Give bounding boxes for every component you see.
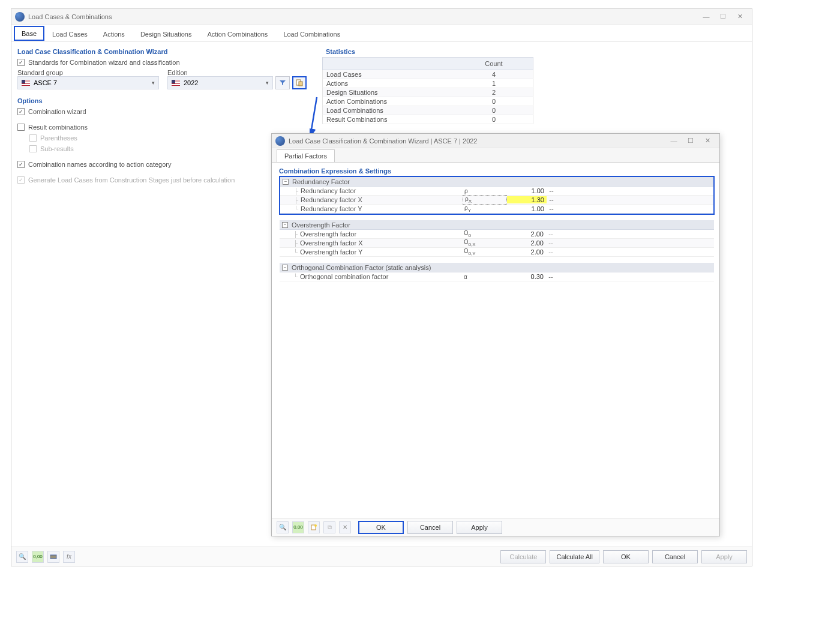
dropdown-standard-group[interactable]: ASCE 7 ▾ xyxy=(17,76,159,89)
parameter-name: Redundancy factor xyxy=(301,187,463,194)
expression-header: Combination Expression & Settings xyxy=(279,166,715,176)
parameter-symbol: Ω0,Y xyxy=(462,248,506,256)
stats-row: Action Combinations0 xyxy=(322,97,533,106)
group-title[interactable]: −Orthogonal Combination Factor (static a… xyxy=(280,263,714,272)
dialog-titlebar: Load Case Classification & Combination W… xyxy=(272,134,719,148)
maximize-icon[interactable]: ☐ xyxy=(682,135,699,147)
tab-load-cases[interactable]: Load Cases xyxy=(44,26,95,41)
dialog-cancel-button[interactable]: Cancel xyxy=(407,521,453,534)
factor-group: −Orthogonal Combination Factor (static a… xyxy=(279,262,715,282)
calculate-all-button[interactable]: Calculate All xyxy=(550,550,599,563)
stats-name: Design Situations xyxy=(323,89,455,96)
tab-action-combinations[interactable]: Action Combinations xyxy=(199,26,275,41)
cancel-button[interactable]: Cancel xyxy=(652,550,698,563)
parameter-name: Redundancy factor X xyxy=(301,196,463,203)
parameter-row[interactable]: └ Overstrength factor Y Ω0,Y 2.00 -- xyxy=(280,248,714,257)
units-icon[interactable] xyxy=(47,551,59,563)
new-icon[interactable] xyxy=(308,521,320,533)
group-title[interactable]: −Redundancy Factor xyxy=(280,177,713,187)
checkbox-wizard[interactable] xyxy=(17,108,25,115)
label-standards: Standards for Combination wizard and cla… xyxy=(28,59,180,66)
parameter-row[interactable]: ├ Overstrength factor Ω0 2.00 -- xyxy=(280,230,714,239)
label-names: Combination names according to action ca… xyxy=(28,161,171,168)
section-classification: Load Case Classification & Combination W… xyxy=(17,46,316,57)
parameter-symbol: α xyxy=(462,274,506,280)
label-wizard: Combination wizard xyxy=(28,108,86,115)
tree-branch-icon: ├ xyxy=(280,197,301,203)
parameter-value[interactable]: 1.30 xyxy=(507,196,547,203)
calculate-button[interactable]: Calculate xyxy=(500,550,546,563)
dialog-tabs: Partial Factors xyxy=(272,148,719,163)
tab-base[interactable]: Base xyxy=(14,26,44,41)
delete-icon[interactable]: ✕ xyxy=(339,521,351,533)
decimals-icon[interactable]: 0,00 xyxy=(32,551,44,563)
collapse-icon[interactable]: − xyxy=(283,179,289,185)
parameter-name: Overstrength factor Y xyxy=(300,248,462,256)
formula-icon[interactable]: fx xyxy=(63,551,75,563)
checkbox-names[interactable] xyxy=(17,161,25,168)
tab-partial-factors[interactable]: Partial Factors xyxy=(277,149,335,162)
parameter-value[interactable]: 2.00 xyxy=(506,239,546,247)
tab-actions[interactable]: Actions xyxy=(95,26,133,41)
stats-name: Action Combinations xyxy=(323,98,455,105)
stats-count: 2 xyxy=(455,89,533,96)
collapse-icon[interactable]: − xyxy=(282,222,288,228)
group-title[interactable]: −Overstrength Factor xyxy=(280,220,714,230)
stats-name: Load Combinations xyxy=(323,107,455,114)
close-icon[interactable]: ✕ xyxy=(731,11,748,23)
parameter-unit: -- xyxy=(546,273,556,280)
factor-group: −Overstrength Factor ├ Overstrength fact… xyxy=(279,220,715,257)
checkbox-result-combinations[interactable] xyxy=(17,124,25,131)
filter-button[interactable] xyxy=(275,76,290,89)
dropdown-edition[interactable]: 2022 ▾ xyxy=(167,76,273,89)
checkbox-standards[interactable] xyxy=(17,59,25,66)
close-icon[interactable]: ✕ xyxy=(699,135,716,147)
factor-group: −Redundancy Factor ├ Redundancy factor ρ… xyxy=(279,176,715,215)
dialog-apply-button[interactable]: Apply xyxy=(457,521,502,534)
label-standard-group: Standard group xyxy=(17,69,159,76)
dialog-bottom-bar: 🔍 0,00 ⧉ ✕ OK Cancel Apply xyxy=(272,518,719,536)
search-icon[interactable]: 🔍 xyxy=(16,551,28,563)
tree-branch-icon: └ xyxy=(280,274,300,280)
dialog-ok-button[interactable]: OK xyxy=(358,521,404,534)
label-result-combinations: Result combinations xyxy=(28,124,88,131)
parameter-row[interactable]: └ Redundancy factor Y ρY 1.00 -- xyxy=(280,205,713,214)
wizard-settings-button[interactable] xyxy=(292,76,307,89)
tree-branch-icon: └ xyxy=(280,206,301,212)
minimize-icon[interactable]: — xyxy=(665,135,682,147)
main-titlebar: Load Cases & Combinations — ☐ ✕ xyxy=(11,9,752,25)
copy-icon[interactable]: ⧉ xyxy=(323,521,335,533)
dialog-title: Load Case Classification & Combination W… xyxy=(289,137,477,145)
tab-design-situations[interactable]: Design Situations xyxy=(133,26,200,41)
parameter-unit: -- xyxy=(547,205,556,212)
parameter-row[interactable]: ├ Redundancy factor ρ 1.00 -- xyxy=(280,187,713,196)
collapse-icon[interactable]: − xyxy=(282,265,288,271)
parameter-value[interactable]: 2.00 xyxy=(506,230,546,238)
parameter-value[interactable]: 1.00 xyxy=(507,205,547,212)
stats-count: 0 xyxy=(455,116,533,123)
checkbox-generate xyxy=(17,176,25,184)
svg-rect-1 xyxy=(299,82,302,86)
parameter-row[interactable]: ├ Redundancy factor X ρX 1.30 -- xyxy=(280,196,713,205)
parameter-value[interactable]: 0.30 xyxy=(506,273,546,280)
parameter-row[interactable]: ├ Overstrength factor X Ω0,X 2.00 -- xyxy=(280,239,714,248)
search-icon[interactable]: 🔍 xyxy=(277,521,289,533)
edition-value: 2022 xyxy=(184,79,198,86)
parameter-value[interactable]: 1.00 xyxy=(507,187,547,194)
maximize-icon[interactable]: ☐ xyxy=(715,11,731,23)
stats-row: Load Combinations0 xyxy=(322,106,533,115)
parameter-row[interactable]: └ Orthogonal combination factor α 0.30 -… xyxy=(280,272,714,281)
parameter-unit: -- xyxy=(546,230,556,238)
stats-row: Actions1 xyxy=(322,79,533,88)
tree-branch-icon: ├ xyxy=(280,240,300,247)
flag-us-icon xyxy=(172,80,180,86)
parameter-value[interactable]: 2.00 xyxy=(506,248,546,256)
apply-button[interactable]: Apply xyxy=(701,550,747,563)
parameter-unit: -- xyxy=(547,187,556,194)
decimals-icon[interactable]: 0,00 xyxy=(292,521,304,533)
tab-load-combinations[interactable]: Load Combinations xyxy=(275,26,348,41)
app-icon xyxy=(15,12,25,22)
minimize-icon[interactable]: — xyxy=(698,11,715,23)
parameter-name: Overstrength factor xyxy=(300,230,462,238)
ok-button[interactable]: OK xyxy=(603,550,649,563)
